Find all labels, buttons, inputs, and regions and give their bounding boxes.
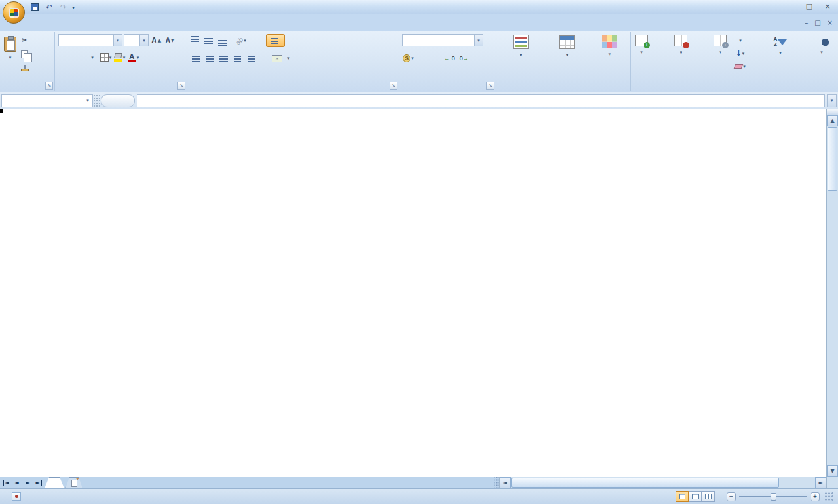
font-name-select[interactable]: ▾ [58, 34, 122, 46]
scroll-right-icon[interactable]: ► [815, 477, 826, 488]
sort-filter-icon: AZ [774, 37, 788, 47]
view-normal-button[interactable] [676, 491, 689, 502]
format-as-table-button[interactable]: ▾ [546, 33, 589, 59]
decrease-indent-button[interactable] [231, 52, 244, 65]
first-sheet-button[interactable]: ◄ [0, 477, 11, 488]
autosum-button[interactable]: ▾ [734, 34, 746, 46]
horizontal-scroll-track[interactable] [511, 477, 815, 488]
font-color-button[interactable]: A▾ [127, 51, 139, 63]
alignment-group: ab▾ a ▾ ↘ [187, 32, 399, 91]
expand-formula-bar-button[interactable]: ▾ [827, 94, 837, 107]
format-painter-button[interactable] [18, 62, 31, 74]
merge-center-button[interactable]: a ▾ [268, 52, 294, 65]
orientation-button[interactable]: ab▾ [231, 35, 251, 47]
zoom-slider[interactable] [739, 496, 807, 497]
align-left-button[interactable] [190, 52, 202, 65]
percent-style-button[interactable] [416, 52, 428, 64]
clipboard-dialog-launcher[interactable]: ↘ [45, 82, 53, 90]
minimize-icon[interactable]: – [784, 1, 797, 12]
increase-indent-button[interactable] [245, 52, 257, 65]
insert-function-button[interactable] [101, 94, 135, 107]
cell-styles-icon [602, 35, 617, 48]
macro-record-icon[interactable] [12, 492, 21, 501]
delete-cells-button[interactable]: − ▾ [674, 32, 687, 56]
font-size-select[interactable]: ▾ [124, 34, 149, 46]
align-middle-button[interactable] [204, 35, 216, 47]
workbook-close-icon[interactable]: × [828, 19, 833, 27]
scrollbar-split-handle[interactable] [827, 109, 838, 115]
resize-grip [825, 492, 834, 501]
zoom-slider-thumb[interactable] [771, 493, 776, 501]
insert-cells-icon: + [635, 35, 648, 46]
scroll-down-icon[interactable]: ▼ [827, 465, 838, 477]
name-box[interactable]: ▾ [1, 94, 93, 107]
comma-style-button[interactable] [429, 52, 442, 64]
number-format-select[interactable]: ▾ [402, 34, 483, 46]
redo-button[interactable]: ↷ [58, 2, 69, 13]
horizontal-scrollbar[interactable]: ◄ ► [499, 477, 826, 488]
active-cell-outline [0, 109, 3, 112]
wrap-text-button[interactable] [266, 34, 285, 47]
view-page-break-button[interactable] [702, 491, 715, 502]
office-button[interactable] [3, 1, 25, 24]
qat-customize-button[interactable]: ▾ [72, 5, 75, 10]
previous-sheet-button[interactable]: ◄ [11, 477, 22, 488]
align-top-button[interactable] [190, 35, 202, 47]
zoom-in-button[interactable]: + [811, 492, 820, 501]
vertical-scroll-thumb[interactable] [828, 127, 837, 191]
scroll-up-icon[interactable]: ▲ [827, 115, 838, 126]
paste-button[interactable]: ▾ [4, 34, 16, 74]
align-right-button[interactable] [217, 52, 230, 65]
next-sheet-button[interactable]: ► [22, 477, 33, 488]
formula-input[interactable] [137, 94, 825, 107]
view-page-layout-button[interactable] [689, 491, 702, 502]
clear-button[interactable]: ▾ [734, 60, 746, 73]
formula-bar-grip[interactable] [94, 95, 100, 107]
workbook-minimize-icon[interactable]: – [805, 19, 808, 27]
undo-button[interactable]: ↶ [43, 2, 55, 13]
fill-color-icon [114, 53, 122, 62]
fill-color-button[interactable]: ▾ [113, 51, 126, 63]
bold-button[interactable] [58, 51, 71, 63]
format-cells-button[interactable]: ◦ ▾ [714, 32, 727, 56]
binoculars-icon [814, 37, 829, 46]
save-button[interactable] [29, 2, 41, 13]
shrink-font-button[interactable]: A▼ [164, 34, 176, 46]
workbook-restore-icon[interactable]: □ [814, 19, 820, 27]
grow-font-button[interactable]: A▲ [150, 34, 162, 46]
insert-worksheet-tab[interactable] [65, 477, 82, 488]
underline-button[interactable]: ▾ [86, 51, 98, 63]
last-sheet-button[interactable]: ► [33, 477, 45, 488]
align-center-button[interactable] [204, 52, 216, 65]
horizontal-scroll-thumb[interactable] [511, 478, 779, 488]
find-select-button[interactable]: ▾ [803, 35, 838, 56]
increase-decimal-icon: ←.0 [444, 55, 455, 62]
align-bottom-button[interactable] [217, 35, 230, 47]
tab-split-handle[interactable] [494, 477, 499, 488]
conditional-formatting-button[interactable]: ▾ [498, 32, 545, 59]
accounting-format-button[interactable]: $▾ [402, 52, 414, 64]
zoom-out-button[interactable]: − [727, 492, 736, 501]
borders-button[interactable]: ▾ [100, 51, 112, 63]
cut-button[interactable]: ✂ [18, 34, 31, 46]
italic-button[interactable] [72, 51, 84, 63]
wrap-text-icon [271, 38, 278, 44]
close-icon[interactable]: × [821, 1, 834, 12]
scissors-icon: ✂ [22, 36, 27, 45]
align-right-icon [219, 56, 228, 62]
copy-button[interactable] [18, 48, 31, 60]
cell-styles-button[interactable]: ▾ [590, 33, 629, 58]
insert-cells-button[interactable]: + ▾ [635, 32, 648, 56]
vertical-scrollbar[interactable]: ▲ ▼ [826, 109, 838, 477]
font-dialog-launcher[interactable]: ↘ [177, 82, 185, 90]
alignment-dialog-launcher[interactable]: ↘ [390, 82, 397, 90]
maximize-icon[interactable]: □ [803, 1, 816, 12]
sheet-tab-active[interactable] [45, 477, 64, 488]
sort-filter-button[interactable]: AZ ▾ [760, 34, 801, 57]
number-dialog-launcher[interactable]: ↘ [486, 82, 494, 90]
decrease-decimal-button[interactable]: .0→ [457, 52, 469, 64]
vertical-scroll-track[interactable] [827, 192, 838, 465]
scroll-left-icon[interactable]: ◄ [500, 477, 511, 488]
increase-decimal-button[interactable]: ←.0 [443, 52, 456, 64]
fill-button[interactable]: ↓▾ [734, 47, 746, 60]
